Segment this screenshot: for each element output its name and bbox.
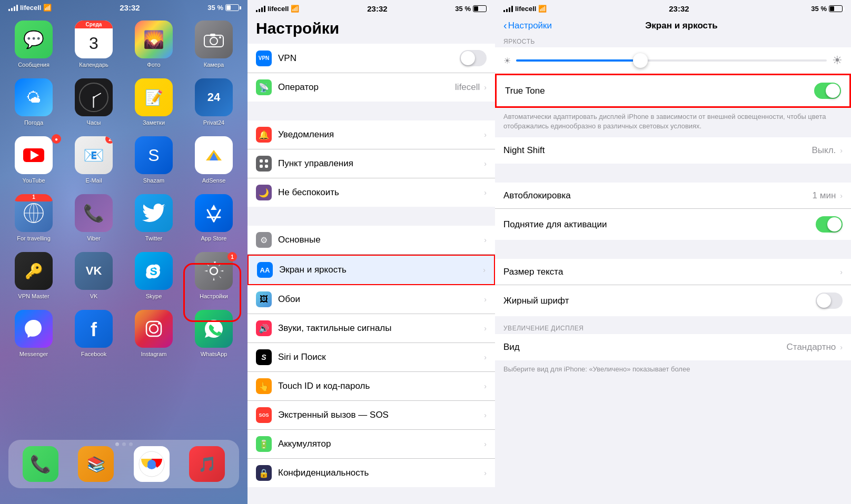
signal-settings — [256, 6, 265, 12]
truetone-description: Автоматически адаптировать дисплей iPhon… — [495, 108, 851, 137]
app-vk-label: VK — [90, 293, 98, 299]
display-row-nightshift[interactable]: Night Shift Выкл. › — [495, 137, 851, 164]
display-row-autolock[interactable]: Автоблокировка 1 мин › — [495, 183, 851, 209]
vpn-label: VPN — [278, 53, 460, 64]
app-messenger[interactable]: Messenger — [8, 310, 59, 357]
app-photos[interactable]: 🌄 Фото — [128, 21, 179, 68]
app-fortravelling[interactable]: 1 For travelling — [8, 194, 59, 241]
time-display: 23:32 — [669, 4, 689, 13]
app-vk[interactable]: VK VK — [68, 252, 119, 299]
settings-row-wallpaper[interactable]: 🖼 Обои › — [248, 285, 495, 314]
autolock-chevron: › — [840, 191, 843, 200]
display-row-view[interactable]: Вид Стандартно › — [495, 334, 851, 360]
app-calendar[interactable]: Среда 3 Календарь — [68, 21, 119, 68]
brightness-section-label: ЯРКОСТЬ — [495, 34, 851, 47]
app-appstore[interactable]: App Store — [189, 194, 239, 241]
vpn-toggle[interactable] — [460, 50, 487, 66]
app-row-3: ● YouTube 📧 2 E-Mail S Shazam AdSense — [8, 136, 239, 184]
settings-row-vpn[interactable]: VPN VPN — [248, 44, 495, 73]
app-youtube[interactable]: ● YouTube — [8, 136, 59, 184]
settings-badge: 1 — [227, 252, 237, 261]
display-row-truetone[interactable]: True Tone — [497, 75, 849, 106]
app-shazam-icon: S — [135, 136, 173, 174]
settings-row-touchid[interactable]: 👆 Touch ID и код-пароль › — [248, 372, 495, 401]
brightness-slider[interactable] — [516, 59, 827, 62]
app-photos-icon: 🌄 — [135, 21, 173, 58]
display-row-bold[interactable]: Жирный шрифт — [495, 285, 851, 316]
zoom-section: Вид Стандартно › — [495, 334, 851, 360]
notifications-icon: 🔔 — [256, 127, 272, 143]
app-email[interactable]: 📧 2 E-Mail — [68, 136, 119, 184]
wallpaper-label: Обои — [278, 294, 484, 305]
svg-line-13 — [207, 210, 214, 221]
touchid-icon: 👆 — [256, 378, 272, 394]
app-camera[interactable]: Камера — [189, 21, 239, 68]
app-privat24-label: Privat24 — [203, 119, 224, 126]
brightness-max-icon: ☀ — [832, 54, 843, 67]
operator-chevron: › — [484, 83, 487, 92]
display-nav: ‹ Настройки Экран и яркость — [495, 15, 851, 32]
settings-row-operator[interactable]: 📡 Оператор lifecell › — [248, 73, 495, 102]
settings-row-controlcenter[interactable]: Пункт управления › — [248, 149, 495, 178]
true-tone-highlight: True Tone — [495, 74, 851, 108]
battery-pct-settings: 35 % — [455, 5, 471, 13]
settings-row-general[interactable]: ⚙ Основные › — [248, 226, 495, 255]
carrier-label: lifecell — [20, 4, 41, 12]
app-skype[interactable]: Skype — [128, 252, 179, 299]
app-adsense-label: AdSense — [202, 177, 226, 184]
battery-settings: 35 % — [455, 5, 487, 13]
display-label: Экран и яркость — [279, 265, 483, 275]
settings-row-privacy[interactable]: 🔒 Конфиденциальность › — [248, 459, 495, 487]
app-facebook[interactable]: f Facebook — [68, 310, 119, 357]
sounds-chevron: › — [484, 324, 487, 332]
dock-chrome[interactable] — [131, 446, 173, 482]
text-section: Размер текста › Жирный шрифт — [495, 259, 851, 316]
app-whatsapp-label: WhatsApp — [201, 351, 227, 357]
dock-phone[interactable]: 📞 — [19, 446, 62, 482]
textsize-chevron: › — [840, 268, 843, 276]
settings-row-dnd[interactable]: 🌙 Не беспокоить › — [248, 178, 495, 207]
app-messages[interactable]: 💬 Сообщения — [8, 21, 59, 68]
settings-row-siri[interactable]: S Siri и Поиск › — [248, 343, 495, 372]
bold-label: Жирный шрифт — [503, 296, 816, 306]
app-privat24[interactable]: 24 Privat24 — [189, 78, 239, 126]
battery-label: 35 % — [207, 4, 223, 12]
app-appstore-label: App Store — [201, 235, 227, 241]
app-instagram[interactable]: Instagram — [128, 310, 179, 357]
app-notes[interactable]: 📝 Заметки — [128, 78, 179, 126]
view-value: Стандартно — [787, 342, 836, 352]
settings-row-sounds[interactable]: 🔊 Звуки, тактильные сигналы › — [248, 314, 495, 343]
settings-row-notifications[interactable]: 🔔 Уведомления › — [248, 120, 495, 149]
settings-row-battery[interactable]: 🔋 Аккумулятор › — [248, 430, 495, 459]
app-twitter[interactable]: Twitter — [128, 194, 179, 241]
app-email-icon: 📧 2 — [75, 136, 113, 174]
app-shazam[interactable]: S Shazam — [128, 136, 179, 184]
app-messenger-label: Messenger — [19, 351, 48, 357]
app-settings[interactable]: 1 Настройки — [189, 252, 239, 299]
settings-row-sos[interactable]: SOS Экстренный вызов — SOS › — [248, 401, 495, 430]
app-clock[interactable]: Часы — [68, 78, 119, 126]
raiseawake-toggle[interactable] — [816, 216, 843, 233]
dock-books[interactable]: 📚 — [75, 446, 117, 482]
app-weather[interactable]: 🌤 Погода — [8, 78, 59, 126]
truetone-toggle[interactable] — [814, 83, 841, 99]
app-viber[interactable]: 📞 Viber — [68, 194, 119, 241]
app-whatsapp[interactable]: WhatsApp — [189, 310, 239, 357]
dock-music[interactable]: 🎵 — [186, 446, 228, 482]
bold-toggle[interactable] — [816, 293, 843, 309]
touchid-label: Touch ID и код-пароль — [278, 381, 484, 391]
settings-page-title: Настройки — [256, 19, 487, 37]
app-vpnmaster[interactable]: 🔑 VPN Master — [8, 252, 59, 299]
display-row-raiseawake[interactable]: Поднятие для активации — [495, 209, 851, 240]
display-row-textsize[interactable]: Размер текста › — [495, 259, 851, 285]
zoom-description: Выберите вид для iPhone: «Увеличено» пок… — [495, 360, 851, 380]
back-button[interactable]: ‹ Настройки — [503, 19, 552, 32]
battery-menu-icon: 🔋 — [256, 436, 272, 452]
status-bar-display: lifecell 📶 23:32 35 % — [495, 0, 851, 15]
app-clock-label: Часы — [87, 119, 101, 126]
operator-value: lifecell — [455, 82, 480, 93]
app-appstore-icon — [195, 194, 233, 232]
dnd-label: Не беспокоить — [278, 187, 484, 198]
app-adsense[interactable]: AdSense — [189, 136, 239, 184]
settings-row-display[interactable]: AA Экран и яркость › — [248, 255, 495, 285]
